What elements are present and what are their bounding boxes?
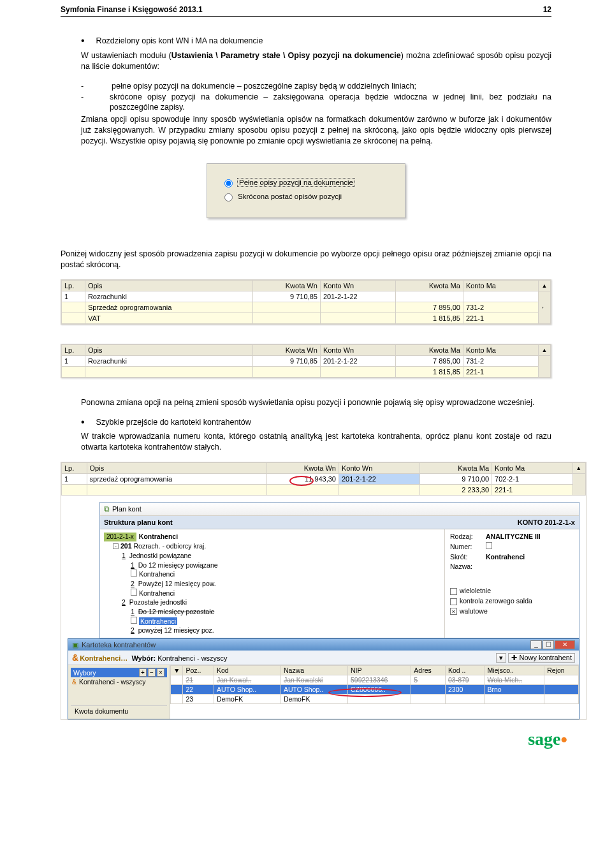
doc-icon [486,542,492,549]
bullet-heading-2: Szybkie przejście do kartoteki kontrahen… [96,417,251,428]
table-row[interactable]: VAT1 815,85221-1 [62,313,551,323]
th-kontown: Konto Wn [320,344,396,355]
account-tree[interactable]: 201-2-1-xKontrahenci -201 Rozrach. - odb… [100,529,445,638]
collapse-icon[interactable]: - [113,543,119,549]
tool-btn[interactable]: ▾ [496,653,506,663]
bullet-heading-1: Rozdzielony opis kont WN i MA na dokumen… [96,36,263,47]
radio-short-desc[interactable] [224,193,233,202]
scroll-up-icon[interactable]: ▲ [539,344,551,355]
radio-full-desc[interactable] [224,179,233,188]
th-lp: Lp. [62,280,85,291]
doc-icon [131,589,137,596]
th-kwotawn: Kwota Wn [253,344,320,355]
window-controls: _☐✕ [530,640,575,649]
maximize-icon[interactable]: ☐ [543,640,554,649]
intro-path: Ustawienia \ Parametry stałe \ Opisy poz… [171,51,401,60]
table-row[interactable]: 1Rozrachunki9 710,85201-2-1-227 895,0073… [62,355,551,366]
kontrahenci-title: Kartoteka kontrahentów [82,641,156,649]
app-screenshot: Lp.OpisKwota WnKonto WnKwota MaKonto Ma▲… [61,462,586,720]
table-row[interactable]: 21Jan Kowal..Jan Kowalski5992213346503-8… [171,675,579,685]
dash-text-2: skrócone opisy pozycji na dokumencie – z… [110,92,551,114]
tree-chip[interactable]: 201-2-1-x [104,533,136,541]
close-icon[interactable]: ✕ [555,640,575,649]
k-icon: & [72,678,76,686]
table-row[interactable]: 23DemoFKDemoFK [171,695,579,704]
close-mini-icon[interactable]: × [157,668,164,677]
minimize-icon[interactable]: _ [530,640,542,649]
new-contractor-button[interactable]: ✚ Nowy kontrahent [508,653,575,663]
mid-para: Poniżej widoczny jest sposób prowadzenia… [61,249,551,270]
konto-label: KONTO 201-2-1-x [518,519,575,526]
card-icon: ▣ [72,641,78,649]
scroll-up-icon[interactable]: ▲ [573,463,586,474]
table-row[interactable]: 1 815,85221-1 [62,366,551,377]
table-row[interactable]: Sprzedaż oprogramowania7 895,00731-2 [62,302,551,313]
th-kwotawn: Kwota Wn [253,280,320,291]
plan-kont-title: Plan kont [112,505,142,513]
bullet-icon: • [81,36,96,47]
doc-icon [131,617,137,624]
table-row-selected[interactable]: 22AUTO Shop..AUTO Shop..CZ806666..2300Br… [171,685,579,695]
plus-icon[interactable]: + [139,668,147,677]
marker-col: ▼ [171,666,183,675]
table-short-desc: Lp. Opis Kwota Wn Konto Wn Kwota Ma Kont… [61,344,551,378]
th-kontoma: Konto Ma [463,344,539,355]
dash-icon: - [81,81,112,92]
sage-logo: sage• [528,729,567,749]
th-opis: Opis [85,280,253,291]
kontrahenci-window: ▣Kartoteka kontrahentów _☐✕ &Kontrahenci… [68,638,579,719]
intro-text-1: W ustawieniach modułu ( [81,51,171,60]
minus-icon[interactable]: − [148,668,156,677]
page-number: 12 [543,5,551,14]
th-kwotama: Kwota Ma [396,280,463,291]
plan-kont-window: ⧉ Plan kont Struktura planu kont KONTO 2… [99,502,579,638]
plan-kont-header: Struktura planu kont [104,519,173,526]
tree-icon: ⧉ [104,504,110,513]
table-row[interactable]: 2 233,30221-1 [62,485,586,496]
table-row[interactable]: 1Rozrachunki9 710,85201-2-1-22◦ [62,291,551,302]
radio-short-desc-label: Skrócona postać opisów pozycji [238,193,342,200]
tree-chip-label: Kontrahenci [139,533,178,540]
list-item[interactable]: &Kontrahenci - wszyscy [71,677,167,686]
section2-para1: Ponowna zmiana opcji na pełną zmieni spo… [61,397,551,408]
dash-text-1: pełne opisy pozycji na dokumencie – posz… [112,81,416,92]
k-logo-icon: & [72,652,78,663]
checkbox[interactable] [450,598,457,605]
checkbox-checked[interactable]: × [450,608,457,615]
body-para-1: Zmiana opcji opisu spowoduje inny sposób… [61,114,551,147]
header-rule [61,16,551,17]
settings-panel: Pełne opisy pozycji na dokumencie Skróco… [207,163,405,218]
doc-title: Symfonia Finanse i Księgowość 2013.1 [61,5,203,14]
brand-label: Kontrahenci… [80,654,127,662]
table-full-desc: Lp. Opis Kwota Wn Konto Wn Kwota Ma Kont… [61,279,551,325]
th-lp: Lp. [62,344,85,355]
th-opis: Opis [85,344,253,355]
th-kontoma: Konto Ma [463,280,539,291]
radio-full-desc-label: Pełne opisy pozycji na dokumencie [238,179,354,186]
th-kwotama: Kwota Ma [396,344,463,355]
table-row[interactable]: 1sprzedaż oprogramowania11 943,30201-2-1… [62,474,586,485]
doc-icon [131,570,137,577]
tree-selected-item[interactable]: Kontrahenci [139,617,177,625]
bullet-icon: • [81,417,96,428]
checkbox[interactable] [450,588,457,595]
footer-label: Kwota dokumentu [71,705,167,716]
section2-para2: W trakcie wprowadzania numeru konta, któ… [61,431,551,453]
scroll-pin-icon[interactable]: ◦ [539,291,551,323]
scroll-up-icon[interactable]: ▲ [539,280,551,291]
wybory-label: Wybory [73,669,96,677]
th-kontown: Konto Wn [320,280,396,291]
dash-icon: - [81,92,110,114]
